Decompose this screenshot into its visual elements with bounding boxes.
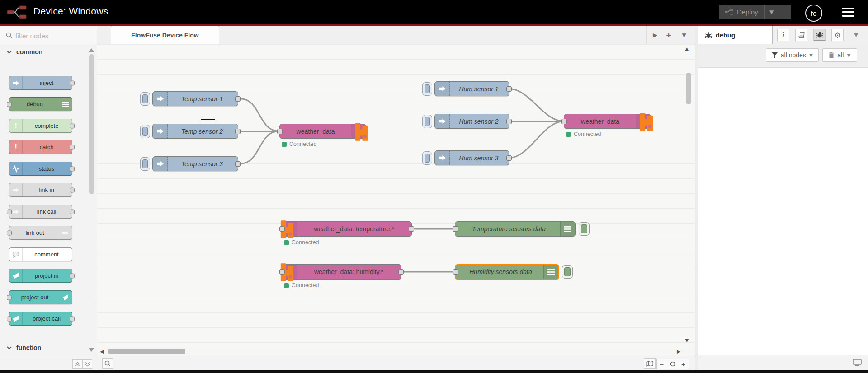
settings-button[interactable]: ⚙ [831, 29, 844, 41]
inject-button[interactable] [140, 157, 150, 171]
palette-node-link-out[interactable]: link out [9, 226, 72, 240]
deploy-button[interactable]: Deploy ▼ [719, 5, 791, 19]
flow-node-hum-sensor-3[interactable]: Hum sensor 3 [434, 150, 509, 165]
navigator-button[interactable] [644, 358, 656, 369]
input-port[interactable] [7, 295, 12, 300]
canvas-vscrollbar-thumb[interactable] [686, 73, 691, 104]
palette-scrollbar-up-arrow[interactable] [89, 48, 94, 52]
canvas-search-button[interactable] [102, 358, 113, 369]
output-port[interactable] [70, 80, 75, 85]
flow-node-temp-sensor-1[interactable]: Temp sensor 1 [152, 91, 238, 106]
inject-button[interactable] [422, 82, 432, 96]
palette-node-project-out[interactable]: project out [9, 290, 72, 304]
help-book-button[interactable] [795, 29, 807, 41]
sidebar-divider[interactable] [695, 26, 698, 370]
inject-button[interactable] [140, 125, 150, 138]
debug-toggle-button[interactable] [562, 265, 573, 279]
flow-node-weather-data-temperature[interactable]: weather_data: temperature.* [282, 221, 412, 237]
flow-node-temperature-sensors-data[interactable]: Temperature sensors data [455, 221, 576, 237]
output-port[interactable] [70, 123, 75, 128]
tab-debug[interactable]: debug [698, 26, 773, 44]
canvas-scroll-down-arrow[interactable]: ▼ [685, 338, 689, 343]
palette-scrollbar-thumb[interactable] [89, 54, 94, 194]
input-port[interactable] [7, 316, 12, 321]
flow-node-weather-data-humidity[interactable]: weather_data: humidity.* [282, 264, 401, 280]
zoom-reset-button[interactable] [667, 359, 678, 369]
zoom-out-button[interactable]: − [656, 359, 667, 369]
palette-search-box[interactable] [0, 26, 97, 45]
palette-node-catch[interactable]: ! catch [9, 140, 72, 154]
inject-button[interactable] [422, 115, 432, 128]
flow-node-humidity-sensors-data[interactable]: Humidity sensors data [455, 264, 559, 280]
palette-category-common[interactable]: common [0, 46, 89, 58]
user-avatar[interactable]: fo [805, 5, 822, 22]
sidebar-menu-caret-icon[interactable]: ▼ [854, 32, 858, 38]
flow-node-weather-data-right[interactable]: weather_data [564, 114, 651, 129]
palette-expand-all-button[interactable] [82, 359, 92, 369]
input-port[interactable] [453, 226, 458, 232]
input-port[interactable] [7, 230, 12, 235]
output-port[interactable] [70, 209, 75, 214]
flow-node-weather-data-left[interactable]: weather_data [279, 124, 366, 139]
canvas-scroll-up-arrow[interactable]: ▲ [685, 47, 689, 51]
palette-node-project-call[interactable]: project call [9, 312, 72, 326]
debug-toggle-button[interactable] [579, 222, 590, 236]
inject-button[interactable] [422, 151, 432, 165]
palette-category-function[interactable]: function [0, 342, 89, 354]
debug-message-list[interactable] [698, 68, 868, 355]
output-port[interactable] [398, 269, 404, 275]
flow-node-temp-sensor-3[interactable]: Temp sensor 3 [152, 156, 238, 171]
input-port[interactable] [7, 209, 12, 214]
flow-node-temp-sensor-2[interactable]: Temp sensor 2 [152, 124, 238, 139]
output-port[interactable] [70, 187, 75, 192]
palette-node-link-in[interactable]: link in [9, 183, 72, 197]
input-port[interactable] [279, 269, 285, 275]
flow-node-hum-sensor-2[interactable]: Hum sensor 2 [434, 114, 509, 129]
canvas-scroll-right-arrow[interactable]: ▶ [677, 349, 680, 354]
debug-clear-button[interactable]: all ▼ [822, 48, 857, 62]
output-port[interactable] [409, 226, 414, 232]
output-port[interactable] [70, 273, 75, 278]
canvas-hscrollbar-thumb[interactable] [108, 349, 185, 354]
debug-popout-button[interactable] [853, 359, 862, 368]
input-port[interactable] [279, 226, 285, 232]
flow-tab[interactable]: FlowFuse Device Flow [111, 26, 219, 44]
output-port[interactable] [506, 155, 512, 161]
palette-node-status[interactable]: status [9, 162, 72, 176]
workspace-play-icon[interactable]: ▶ [650, 26, 660, 44]
palette-scrollbar-down-arrow[interactable] [89, 348, 94, 352]
output-port[interactable] [506, 119, 512, 124]
palette-node-debug[interactable]: debug [9, 97, 72, 111]
input-port[interactable] [561, 119, 567, 124]
debug-filter-button[interactable]: all nodes ▼ [766, 48, 819, 62]
output-port[interactable] [506, 86, 512, 92]
input-port[interactable] [277, 129, 283, 134]
zoom-in-button[interactable]: + [678, 359, 689, 369]
debug-messages-button[interactable] [813, 29, 826, 41]
output-port[interactable] [70, 316, 75, 321]
palette-node-inject[interactable]: inject [9, 76, 72, 90]
palette-node-complete[interactable]: ! complete [9, 119, 72, 133]
output-port[interactable] [235, 96, 241, 102]
canvas-scroll-left-arrow[interactable]: ◀ [100, 349, 104, 354]
palette-node-project-in[interactable]: project in [9, 269, 72, 283]
palette-filter-input[interactable] [14, 29, 93, 42]
flow-list-caret-icon[interactable]: ▼ [679, 26, 689, 44]
output-port[interactable] [235, 129, 241, 134]
input-port[interactable] [453, 269, 458, 275]
output-port[interactable] [70, 166, 75, 171]
palette-divider[interactable] [97, 26, 97, 370]
input-port[interactable] [7, 102, 12, 107]
palette-node-comment[interactable]: comment [9, 247, 72, 261]
main-menu-button[interactable] [842, 8, 854, 17]
add-flow-button[interactable]: + [662, 26, 675, 44]
output-port[interactable] [235, 161, 241, 167]
flow-node-hum-sensor-1[interactable]: Hum sensor 1 [434, 81, 509, 96]
palette-node-link-call[interactable]: link call [9, 205, 72, 219]
deploy-dropdown-caret[interactable]: ▼ [765, 9, 778, 15]
inject-button[interactable] [140, 92, 150, 106]
output-port[interactable] [70, 145, 75, 149]
canvas-hscrollbar[interactable]: ◀ ▶ [97, 348, 695, 355]
flow-canvas[interactable]: Temp sensor 1 Temp sensor 2 Temp sensor … [97, 44, 695, 348]
info-button[interactable]: i [777, 29, 789, 41]
